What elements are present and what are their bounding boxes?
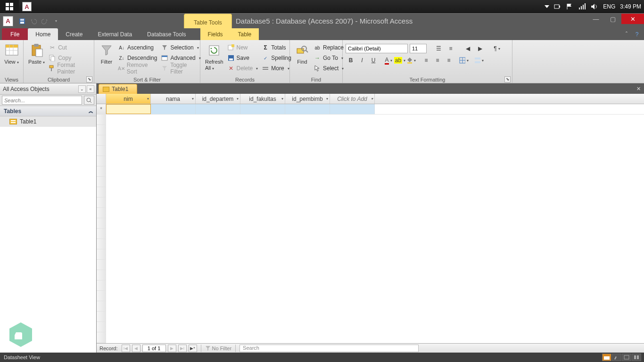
underline-button[interactable]: U: [368, 55, 379, 66]
view-icon-3[interactable]: [622, 354, 631, 361]
select-button[interactable]: Select: [312, 63, 346, 74]
column-dropdown-icon[interactable]: ▾: [237, 97, 239, 101]
column-dropdown-icon[interactable]: ▾: [371, 97, 373, 101]
gridlines-icon[interactable]: [459, 55, 469, 66]
start-button[interactable]: [0, 0, 19, 13]
selection-button[interactable]: Selection: [159, 42, 202, 53]
clock[interactable]: 3:49 PM: [620, 3, 641, 10]
volume-icon[interactable]: [591, 3, 598, 10]
column-dropdown-icon[interactable]: ▾: [147, 97, 149, 101]
column-header-id-pembimbing[interactable]: id_pembimb▾: [285, 94, 330, 104]
save-icon[interactable]: [17, 16, 27, 26]
undo-icon[interactable]: [28, 16, 39, 26]
flag-icon[interactable]: [566, 3, 574, 10]
filter-indicator[interactable]: No Filter: [205, 346, 232, 351]
datasheet-view-icon[interactable]: [602, 354, 611, 361]
paste-button[interactable]: Paste: [26, 41, 47, 74]
find-button[interactable]: Find: [293, 41, 312, 74]
cell-nim[interactable]: [106, 104, 151, 114]
tab-external-data[interactable]: External Data: [90, 28, 140, 40]
font-size-selector[interactable]: [410, 44, 427, 53]
nav-item-table1[interactable]: Table1: [0, 116, 96, 127]
filter-button[interactable]: Filter: [97, 41, 116, 74]
minimize-ribbon-icon[interactable]: ˆ: [622, 30, 631, 39]
column-header-nim[interactable]: nim▾: [106, 94, 151, 104]
nav-new-icon[interactable]: ▶*: [189, 345, 197, 352]
tab-fields[interactable]: Fields: [200, 28, 231, 40]
alt-row-color-icon[interactable]: [474, 55, 484, 66]
close-document-icon[interactable]: ✕: [635, 85, 642, 92]
tab-table[interactable]: Table: [231, 28, 259, 40]
select-all-corner[interactable]: [97, 94, 106, 104]
new-record-row[interactable]: *: [97, 104, 644, 115]
column-dropdown-icon[interactable]: ▾: [281, 97, 283, 101]
align-left-icon[interactable]: ≡: [421, 55, 431, 66]
toggle-filter-button[interactable]: Toggle Filter: [159, 63, 202, 74]
totals-button[interactable]: ΣTotals: [260, 42, 293, 53]
cut-button[interactable]: ✂Cut: [47, 42, 91, 53]
clipboard-launcher-icon[interactable]: ⬊: [86, 76, 92, 82]
record-position-input[interactable]: [142, 345, 166, 352]
row-selector[interactable]: *: [97, 104, 106, 114]
nav-search-input[interactable]: [2, 96, 82, 105]
text-fmt-launcher-icon[interactable]: ⬊: [504, 76, 511, 82]
search-icon[interactable]: [84, 96, 94, 105]
tab-database-tools[interactable]: Database Tools: [140, 28, 194, 40]
design-view-icon[interactable]: [612, 354, 621, 361]
redo-icon[interactable]: [40, 16, 50, 26]
font-color-button[interactable]: A: [383, 55, 394, 66]
nav-header[interactable]: All Access Objects ⌄ «: [0, 83, 96, 95]
column-header-nama[interactable]: nama▾: [151, 94, 196, 104]
nav-next-icon[interactable]: ▶: [168, 345, 176, 352]
power-icon[interactable]: [554, 3, 561, 10]
qat-customize-icon[interactable]: ▾: [51, 16, 61, 26]
tab-file[interactable]: File: [2, 28, 28, 40]
cell-id-fakultas[interactable]: [240, 104, 285, 114]
nav-collapse-icon[interactable]: «: [87, 85, 94, 93]
italic-button[interactable]: I: [357, 55, 367, 66]
tray-overflow-icon[interactable]: [545, 5, 549, 8]
goto-button[interactable]: →Go To: [312, 53, 346, 63]
nav-last-icon[interactable]: ▶I: [178, 345, 187, 352]
app-icon[interactable]: A: [3, 16, 13, 26]
text-direction-icon[interactable]: ¶: [492, 43, 502, 54]
increase-indent-icon[interactable]: ▶: [475, 43, 485, 54]
column-header-id-fakultas[interactable]: id_fakultas▾: [240, 94, 285, 104]
maximize-button[interactable]: ▢: [604, 14, 621, 24]
align-right-icon[interactable]: ≡: [444, 55, 454, 66]
cell-id-pembimbing[interactable]: [285, 104, 330, 114]
font-selector[interactable]: [346, 44, 408, 53]
network-icon[interactable]: [578, 3, 586, 10]
column-dropdown-icon[interactable]: ▾: [326, 97, 328, 101]
save-button[interactable]: Save: [225, 53, 260, 63]
column-header-id-departemen[interactable]: id_departem▾: [196, 94, 240, 104]
view-icon-4[interactable]: [632, 354, 641, 361]
format-painter-button[interactable]: Format Painter: [47, 63, 91, 74]
ascending-button[interactable]: A↓Ascending: [116, 42, 159, 53]
cell-add[interactable]: [330, 104, 375, 114]
tab-home[interactable]: Home: [28, 28, 58, 40]
view-button[interactable]: View: [3, 41, 20, 66]
refresh-all-button[interactable]: Refresh All: [203, 41, 225, 74]
language-indicator[interactable]: ENG: [603, 3, 615, 10]
document-tab-table1[interactable]: Table1: [99, 84, 137, 94]
numbering-icon[interactable]: ≡: [446, 43, 456, 54]
fill-color-button[interactable]: [406, 55, 416, 66]
bold-button[interactable]: B: [346, 55, 356, 66]
minimize-button[interactable]: —: [587, 14, 604, 24]
column-dropdown-icon[interactable]: ▾: [192, 97, 194, 101]
cell-id-departemen[interactable]: [196, 104, 240, 114]
delete-button[interactable]: ✕Delete: [225, 63, 260, 74]
nav-first-icon[interactable]: I◀: [122, 345, 130, 352]
remove-sort-button[interactable]: A✕Remove Sort: [116, 63, 159, 74]
decrease-indent-icon[interactable]: ◀: [462, 43, 473, 54]
spelling-button[interactable]: ✓Spelling: [260, 53, 293, 63]
column-header-add[interactable]: Click to Add▾: [330, 94, 375, 104]
tab-create[interactable]: Create: [58, 28, 90, 40]
bullets-icon[interactable]: ☰: [433, 43, 444, 54]
more-button[interactable]: More: [260, 63, 293, 74]
datasheet[interactable]: nim▾ nama▾ id_departem▾ id_fakultas▾ id_…: [97, 94, 644, 343]
help-icon[interactable]: ?: [633, 30, 641, 39]
record-search-input[interactable]: Search: [239, 345, 419, 352]
align-center-icon[interactable]: ≡: [432, 55, 443, 66]
